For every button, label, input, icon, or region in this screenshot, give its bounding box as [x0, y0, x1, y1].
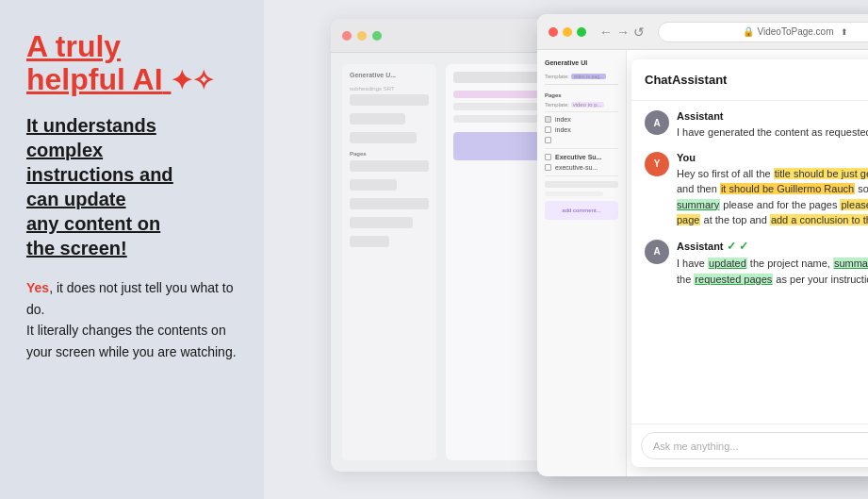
minimize-dot[interactable] [563, 27, 572, 37]
page-checkbox-3[interactable] [545, 137, 551, 143]
reload-icon[interactable]: ↺ [633, 25, 645, 40]
message-sender-3: Assistant ✓ ✓ [677, 240, 868, 253]
input-placeholder: Ask me anything... [653, 441, 868, 452]
right-panel: VideoToPage.com Generative U... subheadi… [264, 0, 868, 499]
template-badge: video to pag... [571, 74, 606, 79]
chat-title-text: ChatAssistant [645, 73, 727, 87]
add-comment-btn[interactable]: add comment... [545, 201, 618, 220]
message-text-2: Hey so first of all the title should be … [677, 166, 868, 228]
bg-sidebar-title: Generative U... [350, 72, 429, 78]
bg-dot-green [372, 31, 382, 41]
template-label: Template: video to pag... [545, 74, 618, 79]
close-dot[interactable] [549, 27, 558, 37]
app-title: Generative UI [545, 59, 618, 66]
chat-header: ChatAssistant ⟳ [631, 59, 868, 101]
yes-label: Yes [26, 280, 49, 295]
page-checkbox-4[interactable] [545, 154, 551, 160]
template-sub-label: Template: video to p... [545, 102, 618, 108]
share-icon: ⬆ [841, 27, 848, 37]
forward-icon[interactable]: → [616, 25, 630, 40]
message-text-1: I have generated the content as requeste… [677, 125, 868, 141]
maximize-dot[interactable] [577, 27, 586, 37]
app-main: ChatAssistant ⟳ A Assistant I have gener… [627, 50, 868, 476]
page-checkbox-2[interactable] [545, 126, 551, 133]
message-content-1: Assistant I have generated the content a… [677, 110, 868, 141]
avatar-assistant-1: A [645, 110, 669, 135]
highlight-1: title should be just generative UI [774, 168, 868, 179]
browser-content: Generative UI Template: video to pag... … [537, 50, 868, 476]
subheadline: It understandscomplexinstructions andcan… [26, 113, 237, 260]
address-bar[interactable]: 🔒 VideoToPage.com ⬆ [658, 22, 868, 42]
page-item-index2: index [545, 126, 618, 133]
page-item-executive: Executive Su... [545, 154, 618, 160]
bg-sidebar: Generative U... subheadings SRT Pages [342, 64, 436, 460]
message-content-2: You Hey so first of all the title should… [677, 152, 868, 228]
headline-text: A truly helpful AI ✦✧ [26, 30, 237, 96]
bg-dot-yellow [357, 31, 367, 41]
bg-dot-red [342, 31, 352, 41]
nav-buttons: ← → ↺ [599, 25, 645, 40]
chat-input-area: Ask me anything... 🎤 ➤ [631, 424, 868, 467]
message-1: A Assistant I have generated the content… [645, 110, 868, 141]
sparkle-icon: ✦✧ [171, 67, 214, 96]
chat-panel: ChatAssistant ⟳ A Assistant I have gener… [631, 59, 868, 467]
highlight-updated: updated [708, 258, 747, 269]
headline: A truly helpful AI ✦✧ [26, 30, 237, 96]
page-checkbox[interactable] [545, 116, 551, 123]
message-sender-1: Assistant [677, 110, 868, 122]
divider [545, 84, 618, 85]
window-controls [549, 27, 586, 37]
message-3: A Assistant ✓ ✓ I have updated the proje… [645, 240, 868, 289]
message-text-3: I have updated the project name, summary… [677, 256, 868, 289]
page-item-empty [545, 137, 618, 143]
highlight-2: it should be Guillermo Rauch [720, 183, 855, 194]
message-content-3: Assistant ✓ ✓ I have updated the project… [677, 240, 868, 289]
check-2: ✓ [739, 240, 748, 253]
url-text: VideoToPage.com [758, 26, 834, 37]
chat-messages: A Assistant I have generated the content… [631, 101, 868, 424]
avatar-user: Y [645, 152, 669, 176]
back-icon[interactable]: ← [599, 25, 613, 40]
browser-toolbar: ← → ↺ 🔒 VideoToPage.com ⬆ [537, 14, 868, 50]
check-1: ✓ [727, 240, 736, 253]
message-sender-2: You [677, 152, 868, 163]
message-2: Y You Hey so first of all the title shou… [645, 152, 868, 228]
body-text: Yes, it does not just tell you what to d… [26, 277, 237, 362]
app-sidebar: Generative UI Template: video to pag... … [537, 50, 627, 476]
lock-icon: 🔒 [743, 26, 754, 37]
chat-input-box[interactable]: Ask me anything... 🎤 ➤ [641, 432, 868, 459]
highlight-5: add a conclusion to the bottom [770, 214, 868, 225]
left-panel: A truly helpful AI ✦✧ It understandscomp… [0, 0, 264, 499]
highlight-pages: requested pages [694, 274, 773, 285]
page-item-exec-summary: executive-su... [545, 164, 618, 171]
pages-section-label: Pages [545, 92, 618, 98]
highlight-summary: summary, [833, 258, 868, 269]
page-item-index1: index [545, 116, 618, 123]
page-checkbox-5[interactable] [545, 164, 551, 171]
foreground-browser: ← → ↺ 🔒 VideoToPage.com ⬆ Generative UI … [537, 14, 868, 476]
avatar-assistant-2: A [645, 240, 669, 264]
